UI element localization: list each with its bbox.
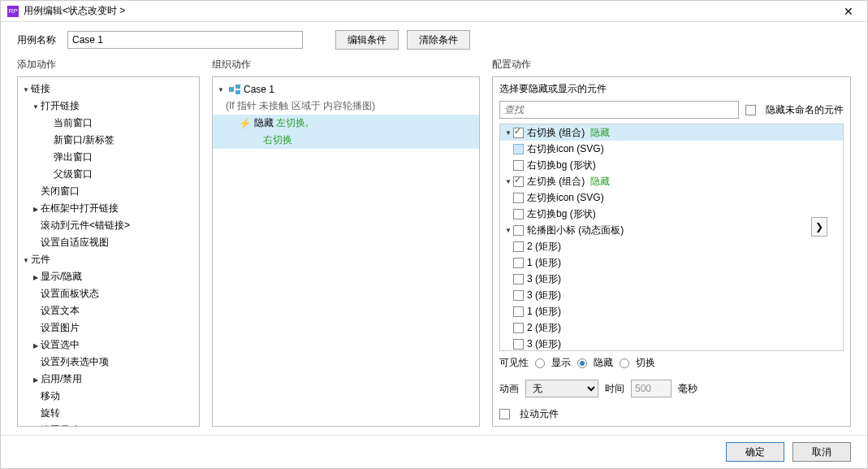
configure-action-title: 配置动作	[492, 58, 851, 72]
widget-row[interactable]: 右切换bg (形状)	[500, 157, 843, 173]
time-label: 时间	[605, 382, 624, 396]
drag-checkbox[interactable]	[499, 409, 510, 419]
add-action-panel: 链接 打开链接 当前窗口 新窗口/新标签 弹出窗口 父级窗口 关闭窗口 在框架中…	[17, 76, 200, 427]
tree-set-selected[interactable]: 设置选中	[18, 337, 199, 354]
anim-label: 动画	[499, 382, 519, 396]
action-target-row[interactable]: 右切换	[213, 132, 479, 149]
search-input[interactable]	[499, 101, 739, 119]
tree-item[interactable]: 新窗口/新标签	[18, 132, 199, 149]
checkbox[interactable]	[513, 128, 524, 138]
radio-hide[interactable]	[577, 358, 587, 368]
widget-row[interactable]: 左切换bg (形状)	[500, 206, 843, 222]
visibility-label: 可见性	[499, 356, 529, 370]
hide-unnamed-checkbox[interactable]	[745, 105, 756, 115]
case-name: Case 1	[244, 84, 274, 95]
widget-row[interactable]: 2 (矩形)	[500, 238, 843, 254]
hide-unnamed-label: 隐藏未命名的元件	[766, 103, 844, 117]
tree-item[interactable]: 父级窗口	[18, 166, 199, 183]
widget-row-carousel[interactable]: 轮播图小标 (动态面板)	[500, 222, 843, 238]
widget-row-right-switch[interactable]: 右切换 (组合) 隐藏	[500, 124, 843, 141]
tree-scroll-to[interactable]: 滚动到元件<错链接>	[18, 217, 199, 234]
case-name-input[interactable]	[67, 31, 303, 49]
tree-open-link[interactable]: 打开链接	[18, 98, 199, 115]
expand-side-button[interactable]: ❯	[811, 217, 827, 237]
tree-set-panel-state[interactable]: 设置面板状态	[18, 285, 199, 302]
action-target: 右切换	[263, 133, 292, 147]
drag-row: 拉动元件	[493, 402, 850, 426]
tree-enable-disable[interactable]: 启用/禁用	[18, 371, 199, 388]
svg-rect-1	[235, 85, 240, 89]
lightning-icon: ⚡	[239, 118, 251, 129]
cancel-button[interactable]: 取消	[792, 442, 851, 462]
checkbox[interactable]	[513, 290, 524, 301]
visibility-row: 可见性 显示 隐藏 切换	[493, 351, 850, 375]
time-unit: 毫秒	[678, 382, 697, 396]
tree-show-hide[interactable]: 显示/隐藏	[18, 268, 199, 285]
widget-row[interactable]: 3 (矩形)	[500, 336, 843, 351]
ok-button[interactable]: 确定	[726, 442, 784, 462]
action-row[interactable]: ⚡ 隐藏 左切换,	[213, 115, 479, 132]
configure-panel: 选择要隐藏或显示的元件 隐藏未命名的元件 右切换 (组合) 隐藏 右切换icon…	[492, 76, 851, 427]
checkbox[interactable]	[513, 193, 524, 203]
checkbox[interactable]	[513, 160, 524, 171]
checkbox[interactable]	[513, 209, 524, 219]
tree-item[interactable]: 当前窗口	[18, 115, 199, 132]
section-title: 选择要隐藏或显示的元件	[499, 82, 844, 96]
titlebar: RP 用例编辑<状态改变时 > ✕	[1, 1, 867, 22]
anim-select[interactable]: 无	[525, 380, 598, 397]
organize-action-panel: Case 1 (If 指针 未接触 区域于 内容轮播图) ⚡ 隐藏 左切换, 右…	[212, 76, 480, 427]
widget-row-left-switch[interactable]: 左切换 (组合) 隐藏	[500, 173, 843, 189]
tree-category-link[interactable]: 链接	[18, 80, 199, 98]
clear-condition-button[interactable]: 清除条件	[407, 30, 470, 50]
organize-action-title: 组织动作	[212, 58, 480, 72]
case-name-row: 用例名称 编辑条件 清除条件	[1, 22, 867, 58]
checkbox[interactable]	[513, 176, 524, 187]
tree-set-adaptive[interactable]: 设置自适应视图	[18, 234, 199, 251]
tree-item[interactable]: 弹出窗口	[18, 149, 199, 166]
tree-rotate[interactable]: 旋转	[18, 405, 199, 422]
svg-rect-0	[229, 87, 234, 92]
checkbox[interactable]	[513, 274, 524, 284]
case-row[interactable]: Case 1	[213, 80, 479, 98]
widget-row[interactable]: 1 (矩形)	[500, 254, 843, 271]
widget-row[interactable]: 右切换icon (SVG)	[500, 141, 843, 157]
window-title: 用例编辑<状态改变时 >	[24, 4, 125, 18]
case-name-label: 用例名称	[17, 33, 56, 47]
widget-list[interactable]: 右切换 (组合) 隐藏 右切换icon (SVG) 右切换bg (形状) 左切换…	[499, 124, 844, 351]
tree-close-window[interactable]: 关闭窗口	[18, 183, 199, 200]
drag-label: 拉动元件	[520, 407, 559, 421]
radio-show[interactable]	[535, 358, 545, 368]
widget-row[interactable]: 3 (矩形)	[500, 287, 843, 303]
case-condition: (If 指针 未接触 区域于 内容轮播图)	[213, 98, 479, 115]
action-target: 左切换,	[276, 116, 308, 130]
checkbox[interactable]	[513, 258, 524, 268]
checkbox[interactable]	[513, 306, 524, 317]
tree-open-in-frame[interactable]: 在框架中打开链接	[18, 200, 199, 217]
checkbox[interactable]	[513, 144, 524, 154]
edit-condition-button[interactable]: 编辑条件	[335, 30, 399, 50]
tree-move[interactable]: 移动	[18, 388, 199, 405]
add-action-title: 添加动作	[17, 58, 200, 72]
footer: 确定 取消	[1, 435, 867, 468]
tree-set-list-selected[interactable]: 设置列表选中项	[18, 354, 199, 371]
tree-set-image[interactable]: 设置图片	[18, 319, 199, 337]
close-icon[interactable]: ✕	[836, 5, 861, 18]
widget-row[interactable]: 左切换icon (SVG)	[500, 189, 843, 206]
tree-set-size[interactable]: 设置尺寸	[18, 422, 199, 427]
checkbox[interactable]	[513, 323, 524, 333]
tree-set-text[interactable]: 设置文本	[18, 302, 199, 319]
time-input	[631, 380, 672, 397]
animation-row: 动画 无 时间 毫秒	[493, 375, 850, 402]
checkbox[interactable]	[513, 241, 524, 252]
widget-row[interactable]: 1 (矩形)	[500, 303, 843, 319]
widget-row[interactable]: 2 (矩形)	[500, 319, 843, 336]
radio-toggle[interactable]	[620, 358, 629, 368]
action-label: 隐藏	[254, 116, 274, 130]
checkbox[interactable]	[513, 339, 524, 350]
widget-row[interactable]: 3 (矩形)	[500, 271, 843, 287]
app-icon: RP	[7, 6, 19, 17]
checkbox[interactable]	[513, 225, 524, 236]
tree-category-widget[interactable]: 元件	[18, 251, 199, 268]
case-icon	[229, 85, 240, 94]
svg-rect-2	[235, 90, 240, 94]
